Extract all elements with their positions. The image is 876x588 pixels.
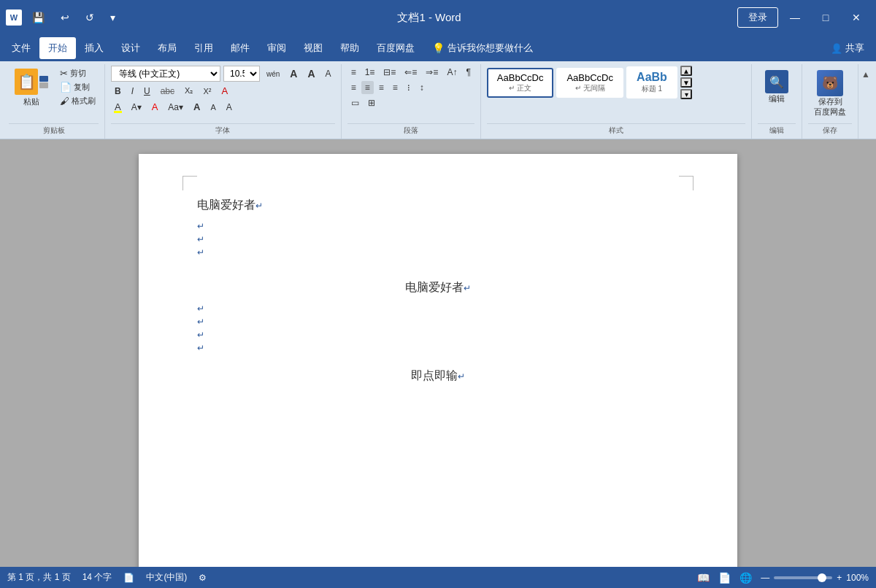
clipboard-group: 📋 粘贴 ✂ 剪切 📄 复制 🖌 [3, 64, 105, 139]
menu-mail[interactable]: 邮件 [222, 37, 258, 59]
menu-tell[interactable]: 💡告诉我你想要做什么 [423, 37, 542, 59]
show-marks-btn[interactable]: ¶ [462, 66, 474, 79]
superscript-button[interactable]: X² [199, 85, 215, 97]
menu-layout[interactable]: 布局 [149, 37, 185, 59]
decrease-indent-btn[interactable]: ⇐≡ [401, 66, 420, 79]
web-layout-btn[interactable]: 🌐 [739, 572, 752, 584]
format-painter-button[interactable]: 🖌 格式刷 [57, 95, 99, 107]
strikethrough-button[interactable]: abc [157, 85, 178, 98]
save-label: 保存到百度网盘 [814, 96, 846, 117]
line-spacing-btn[interactable]: ↕ [416, 81, 428, 94]
menu-share[interactable]: 👤共享 [822, 37, 873, 59]
track-changes-icon[interactable]: 📄 [123, 573, 134, 583]
shading-btn[interactable]: ▭ [347, 96, 363, 109]
copy-label: 复制 [74, 82, 90, 93]
subscript-button[interactable]: X₂ [181, 85, 196, 97]
doc-line-5[interactable]: ↵ [197, 301, 679, 314]
doc-line-center2[interactable]: 即点即输↵ [197, 368, 679, 384]
doc-line-7[interactable]: ↵ [197, 328, 679, 341]
font-color2-btn[interactable]: A [148, 100, 162, 114]
justify-btn[interactable]: ≡ [389, 81, 402, 94]
enter-5: ↵ [464, 283, 471, 293]
underline-button[interactable]: U [140, 85, 154, 98]
redo-btn[interactable]: ↺ [80, 9, 100, 26]
login-button[interactable]: 登录 [737, 7, 778, 28]
case-btn[interactable]: Aa▾ [164, 101, 187, 114]
maximize-button[interactable]: □ [812, 7, 840, 28]
font-wen-btn[interactable]: wén [263, 69, 283, 80]
doc-line-4[interactable]: ↵ [197, 245, 679, 258]
copy-button[interactable]: 📄 复制 [57, 81, 99, 93]
align-left-btn[interactable]: ≡ [347, 81, 360, 94]
quick-save-btn[interactable]: 💾 [26, 9, 50, 26]
menu-baidu[interactable]: 百度网盘 [368, 37, 423, 59]
menu-view[interactable]: 视图 [295, 37, 331, 59]
document-page[interactable]: 电脑爱好者↵ ↵ ↵ ↵ 电脑爱好者↵ ↵ ↵ ↵ ↵ 即点即输↵ [139, 154, 737, 567]
sort-btn[interactable]: A↑ [443, 66, 461, 79]
bold-button[interactable]: B [111, 85, 125, 98]
font-A-large-btn[interactable]: A [286, 66, 301, 81]
styles-expand[interactable]: ▾ [680, 89, 692, 99]
menu-home[interactable]: 开始 [39, 37, 76, 59]
zoom-plus-btn[interactable]: + [837, 573, 842, 583]
macro-icon[interactable]: ⚙ [199, 573, 207, 583]
style-heading1[interactable]: AaBb 标题 1 [626, 66, 677, 98]
zoom-minus-btn[interactable]: — [761, 573, 769, 583]
doc-line-2[interactable]: ↵ [197, 219, 679, 232]
font-eraser[interactable]: A [223, 101, 236, 114]
doc-line-8[interactable]: ↵ [197, 341, 679, 354]
zoom-slider[interactable] [774, 576, 832, 579]
para-controls: ≡ 1≡ ⊟≡ ⇐≡ ⇒≡ A↑ ¶ ≡ ≡ ≡ ≡ ⫶ ↕ ▭ [347, 66, 474, 109]
increase-indent-btn[interactable]: ⇒≡ [422, 66, 442, 79]
print-layout-btn[interactable]: 📄 [718, 572, 731, 584]
style-no-spacing[interactable]: AaBbCcDc ↵ 无间隔 [556, 68, 623, 98]
style-normal[interactable]: AaBbCcDc ↵ 正文 [487, 68, 554, 98]
doc-line-1[interactable]: 电脑爱好者↵ [197, 198, 679, 213]
save-baidu-button[interactable]: 🐻 保存到百度网盘 [808, 66, 852, 122]
styles-scroll-down[interactable]: ▼ [680, 77, 692, 88]
read-mode-btn[interactable]: 📖 [697, 572, 710, 584]
italic-button[interactable]: I [128, 85, 137, 98]
menu-design[interactable]: 设计 [112, 37, 149, 59]
page-corner-tr [679, 176, 694, 190]
clear-format-button[interactable]: A [218, 84, 231, 98]
doc-line-6[interactable]: ↵ [197, 314, 679, 328]
menu-review[interactable]: 审阅 [258, 37, 295, 59]
paste-button[interactable]: 📋 粘贴 [9, 66, 54, 110]
font-a-shrink[interactable]: A [207, 101, 219, 113]
cut-button[interactable]: ✂ 剪切 [57, 67, 99, 80]
highlight-btn[interactable]: A▾ [128, 101, 145, 114]
styles-scroll: ▲ ▼ ▾ [680, 66, 692, 99]
menu-reference[interactable]: 引用 [185, 37, 222, 59]
title-left: W 💾 ↩ ↺ ▾ [6, 9, 121, 26]
borders-btn[interactable]: ⊞ [364, 96, 379, 109]
minimize-button[interactable]: — [781, 7, 809, 28]
scissors-icon: ✂ [60, 68, 68, 79]
edit-button[interactable]: 🔍 编辑 [758, 66, 796, 109]
font-a-grow[interactable]: A [190, 100, 204, 114]
numbering-btn[interactable]: 1≡ [361, 66, 379, 79]
undo-btn[interactable]: ↩ [55, 9, 75, 26]
columns-btn[interactable]: ⫶ [403, 81, 415, 94]
doc-line-center1[interactable]: 电脑爱好者↵ [197, 280, 679, 295]
bullets-btn[interactable]: ≡ [347, 66, 360, 79]
font-color-btn[interactable]: A [111, 100, 125, 114]
font-shrink-btn[interactable]: A [322, 67, 335, 80]
format-label: 格式刷 [72, 96, 96, 107]
font-grow-btn[interactable]: A [304, 66, 318, 81]
multilevel-btn[interactable]: ⊟≡ [380, 66, 399, 79]
collapse-ribbon-btn[interactable]: ▲ [858, 67, 873, 82]
align-right-btn[interactable]: ≡ [375, 81, 388, 94]
menu-file[interactable]: 文件 [3, 37, 39, 59]
font-label: 字体 [111, 123, 335, 136]
styles-scroll-up[interactable]: ▲ [680, 66, 692, 76]
menu-help[interactable]: 帮助 [331, 37, 368, 59]
close-button[interactable]: ✕ [842, 7, 870, 28]
align-center-btn[interactable]: ≡ [361, 81, 374, 94]
paragraph-label: 段落 [347, 123, 474, 136]
menu-insert[interactable]: 插入 [76, 37, 112, 59]
quick-access-dropdown[interactable]: ▾ [104, 9, 121, 26]
font-family-select[interactable]: 等线 (中文正文) [111, 66, 220, 82]
doc-line-3[interactable]: ↵ [197, 232, 679, 245]
font-size-select[interactable]: 10.5 [223, 66, 260, 82]
